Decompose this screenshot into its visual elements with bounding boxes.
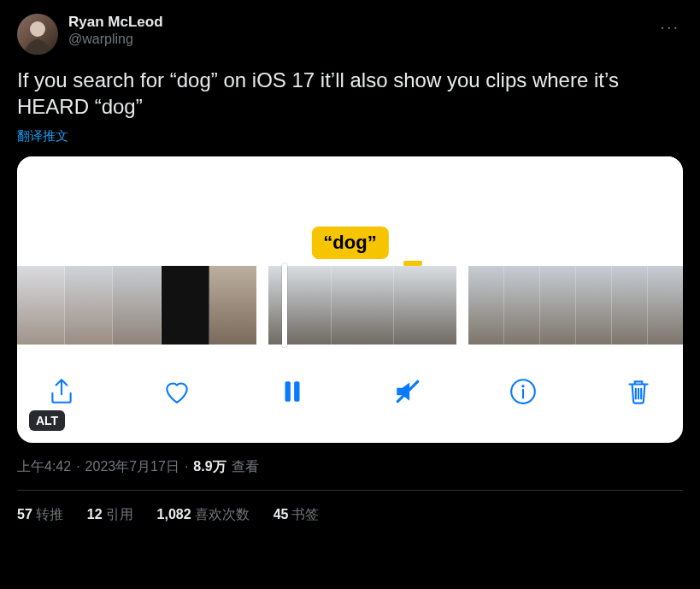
tweet-container: Ryan McLeod @warpling ··· If you search …	[0, 0, 700, 524]
clip-frame	[648, 266, 683, 345]
info-icon[interactable]	[506, 374, 540, 409]
search-term-badge: “dog”	[311, 227, 388, 259]
clip-frame	[468, 266, 504, 345]
tweet-time[interactable]: 上午4:42	[17, 458, 71, 476]
more-icon: ···	[660, 17, 679, 36]
tweet-text: If you search for “dog” on iOS 17 it’ll …	[17, 67, 683, 120]
clip-group[interactable]	[468, 266, 683, 345]
film-strip[interactable]	[17, 266, 683, 345]
svg-point-6	[521, 385, 524, 387]
likes[interactable]: 1,082喜欢次数	[157, 506, 250, 524]
svg-point-0	[30, 21, 45, 37]
clip-group[interactable]	[17, 266, 256, 345]
clip-frame	[394, 266, 456, 345]
clip-frame	[332, 266, 395, 345]
media-toolbar	[17, 345, 683, 421]
clip-frame	[65, 266, 113, 345]
clip-frame	[17, 266, 65, 345]
clip-frame	[268, 266, 332, 345]
media-top: “dog”	[17, 156, 683, 266]
pause-icon[interactable]	[275, 374, 309, 409]
author-names[interactable]: Ryan McLeod @warpling	[68, 14, 163, 48]
meta-sep: ·	[76, 459, 79, 474]
svg-rect-2	[294, 382, 299, 402]
svg-rect-1	[285, 382, 291, 402]
share-icon[interactable]	[44, 374, 79, 409]
heart-icon[interactable]	[160, 374, 194, 409]
media-card[interactable]: “dog”	[17, 156, 683, 443]
views-count: 8.9万	[193, 458, 226, 476]
retweets[interactable]: 57转推	[17, 506, 63, 524]
clip-frame	[162, 266, 209, 345]
mute-icon[interactable]	[391, 374, 425, 409]
clip-frame	[209, 266, 256, 345]
handle: @warpling	[68, 31, 163, 47]
display-name: Ryan McLeod	[68, 14, 163, 31]
divider	[17, 490, 683, 491]
views-label: 查看	[232, 458, 259, 476]
more-button[interactable]: ···	[656, 14, 683, 40]
clip-frame	[612, 266, 648, 345]
tweet-header: Ryan McLeod @warpling ···	[17, 14, 683, 55]
meta-sep: ·	[185, 459, 188, 474]
clip-frame	[540, 266, 576, 345]
playhead[interactable]	[282, 263, 287, 347]
stats-row: 57转推 12引用 1,082喜欢次数 45书签	[17, 506, 683, 524]
clip-frame	[504, 266, 540, 345]
clip-frame	[576, 266, 612, 345]
translate-link[interactable]: 翻译推文	[17, 128, 683, 144]
clip-frame	[113, 266, 161, 345]
quotes[interactable]: 12引用	[87, 506, 133, 524]
bookmarks[interactable]: 45书签	[274, 506, 320, 524]
trash-icon[interactable]	[621, 374, 656, 409]
alt-badge[interactable]: ALT	[29, 410, 65, 431]
meta-row: 上午4:42 · 2023年7月17日 · 8.9万 查看	[17, 458, 683, 476]
tweet-date[interactable]: 2023年7月17日	[85, 458, 179, 476]
clip-group[interactable]	[268, 266, 456, 345]
avatar[interactable]	[17, 14, 58, 55]
